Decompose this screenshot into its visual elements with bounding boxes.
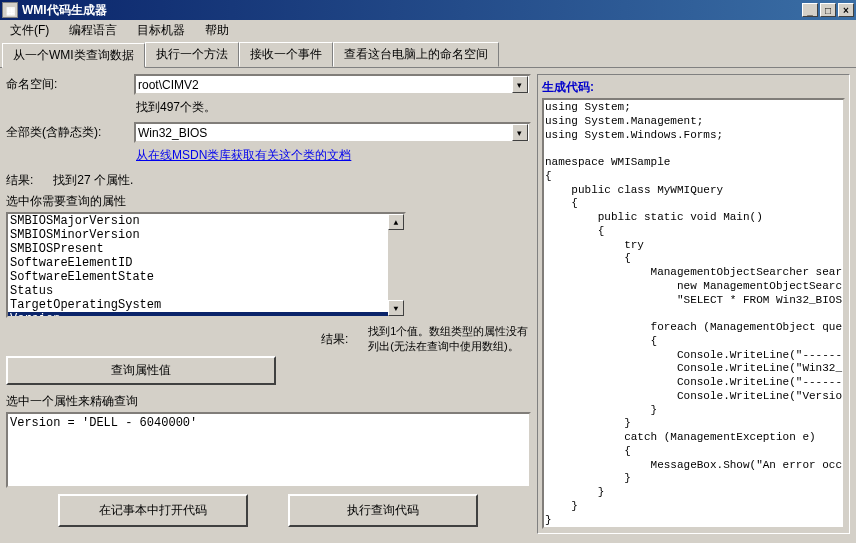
menu-target[interactable]: 目标机器: [131, 20, 191, 41]
maximize-button[interactable]: □: [820, 3, 836, 17]
scroll-up-icon[interactable]: ▲: [388, 214, 404, 230]
list-item[interactable]: SMBIOSPresent: [8, 242, 404, 256]
list-item[interactable]: TargetOperatingSystem: [8, 298, 404, 312]
class-label: 全部类(含静态类):: [6, 124, 126, 141]
titlebar: ▦ WMI代码生成器 _ □ ×: [0, 0, 856, 20]
open-in-notepad-button[interactable]: 在记事本中打开代码: [58, 494, 248, 527]
close-button[interactable]: ×: [838, 3, 854, 17]
result-count: 找到27 个属性.: [53, 173, 133, 187]
left-panel: 命名空间: root\CIMV2 找到497个类。 全部类(含静态类): Win…: [6, 74, 531, 534]
app-icon: ▦: [2, 2, 18, 18]
execute-query-button[interactable]: 执行查询代码: [288, 494, 478, 527]
list-item[interactable]: SoftwareElementState: [8, 270, 404, 284]
scroll-down-icon[interactable]: ▼: [388, 300, 404, 316]
list-item[interactable]: SMBIOSMajorVersion: [8, 214, 404, 228]
namespace-value: root\CIMV2: [138, 78, 199, 92]
properties-listbox[interactable]: SMBIOSMajorVersion SMBIOSMinorVersion SM…: [6, 212, 406, 318]
list-item[interactable]: SoftwareElementID: [8, 256, 404, 270]
menubar: 文件(F) 编程语言 目标机器 帮助: [0, 20, 856, 40]
list-item[interactable]: SMBIOSMinorVersion: [8, 228, 404, 242]
dropdown-arrow-icon[interactable]: [512, 76, 528, 93]
refine-value: Version = 'DELL - 6040000': [10, 416, 197, 430]
dropdown-arrow-icon[interactable]: [512, 124, 528, 141]
namespace-label: 命名空间:: [6, 76, 126, 93]
result-label: 结果:: [6, 173, 33, 187]
refine-textarea[interactable]: Version = 'DELL - 6040000': [6, 412, 531, 488]
menu-lang[interactable]: 编程语言: [63, 20, 123, 41]
tabstrip: 从一个WMI类查询数据 执行一个方法 接收一个事件 查看这台电脑上的命名空间: [0, 40, 856, 68]
list-item[interactable]: Status: [8, 284, 404, 298]
select-props-label: 选中你需要查询的属性: [6, 193, 531, 210]
class-dropdown[interactable]: Win32_BIOS: [134, 122, 531, 143]
menu-file[interactable]: 文件(F): [4, 20, 55, 41]
tab-browse-namespaces[interactable]: 查看这台电脑上的命名空间: [333, 42, 499, 67]
msdn-link[interactable]: 从在线MSDN类库获取有关这个类的文档: [136, 147, 531, 164]
class-count-hint: 找到497个类。: [136, 99, 531, 116]
refine-label: 选中一个属性来精确查询: [6, 393, 531, 410]
menu-help[interactable]: 帮助: [199, 20, 235, 41]
tab-receive-event[interactable]: 接收一个事件: [239, 42, 333, 67]
tab-query-data[interactable]: 从一个WMI类查询数据: [2, 43, 145, 68]
code-output[interactable]: using System; using System.Management; u…: [542, 98, 845, 529]
class-value: Win32_BIOS: [138, 126, 207, 140]
result2-hint: 找到1个值。数组类型的属性没有列出(无法在查询中使用数组)。: [368, 324, 531, 354]
namespace-dropdown[interactable]: root\CIMV2: [134, 74, 531, 95]
generated-code-label: 生成代码:: [542, 79, 845, 96]
query-property-button[interactable]: 查询属性值: [6, 356, 276, 385]
list-item-selected[interactable]: Version: [8, 312, 404, 318]
result2-label: 结果:: [321, 331, 348, 348]
minimize-button[interactable]: _: [802, 3, 818, 17]
tab-exec-method[interactable]: 执行一个方法: [145, 42, 239, 67]
scrollbar[interactable]: ▲ ▼: [388, 214, 404, 316]
right-panel: 生成代码: using System; using System.Managem…: [537, 74, 850, 534]
window-title: WMI代码生成器: [22, 2, 802, 19]
